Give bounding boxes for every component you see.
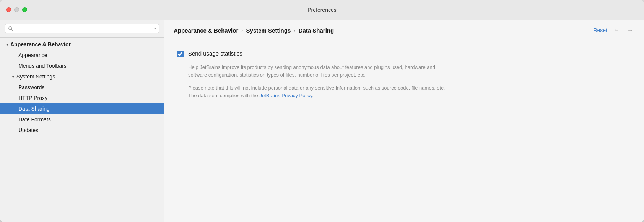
setting-description: Help JetBrains improve its products by s… xyxy=(188,64,448,100)
minimize-button[interactable] xyxy=(14,7,19,12)
description-post-link: . xyxy=(312,93,314,98)
forward-button[interactable]: → xyxy=(626,27,635,34)
maximize-button[interactable] xyxy=(22,7,27,12)
sidebar-item-date-formats[interactable]: Date Formats xyxy=(0,114,164,125)
search-dropdown-icon[interactable]: ▾ xyxy=(154,27,156,30)
sidebar-item-data-sharing[interactable]: Data Sharing xyxy=(0,103,164,114)
breadcrumb-separator-2: › xyxy=(294,28,295,33)
search-container: ▾ xyxy=(0,20,164,38)
search-input[interactable] xyxy=(16,26,152,31)
chevron-down-icon: ▾ xyxy=(6,42,8,47)
sidebar-subsection-label: System Settings xyxy=(16,73,55,80)
search-icon xyxy=(8,26,13,31)
reset-button[interactable]: Reset xyxy=(593,27,607,33)
preferences-window: Preferences ▾ ▾ Appearance & Beha xyxy=(0,0,644,222)
sidebar-item-passwords[interactable]: Passwords xyxy=(0,82,164,93)
checkbox-wrapper xyxy=(177,51,184,57)
content-header: Appearance & Behavior › System Settings … xyxy=(164,20,644,39)
svg-point-0 xyxy=(9,26,12,29)
sidebar-nav: ▾ Appearance & Behavior Appearance Menus… xyxy=(0,38,164,222)
privacy-policy-link[interactable]: JetBrains Privacy Policy xyxy=(259,93,312,98)
main-content: ▾ ▾ Appearance & Behavior Appearance Men… xyxy=(0,20,644,222)
header-actions: Reset ← → xyxy=(593,27,635,34)
breadcrumb: Appearance & Behavior › System Settings … xyxy=(174,27,334,34)
send-usage-setting-row: Send usage statistics xyxy=(177,50,632,57)
breadcrumb-separator-1: › xyxy=(241,28,243,33)
sidebar: ▾ ▾ Appearance & Behavior Appearance Men… xyxy=(0,20,164,222)
sidebar-item-updates[interactable]: Updates xyxy=(0,125,164,135)
breadcrumb-data-sharing: Data Sharing xyxy=(299,27,334,34)
sidebar-item-http-proxy[interactable]: HTTP Proxy xyxy=(0,93,164,103)
send-usage-label: Send usage statistics xyxy=(188,50,242,57)
traffic-lights xyxy=(6,7,27,12)
description-pre-link: Please note that this will not include p… xyxy=(188,85,445,98)
content-body: Send usage statistics Help JetBrains imp… xyxy=(164,39,644,222)
chevron-down-icon: ▾ xyxy=(12,75,14,79)
sidebar-item-appearance-behavior[interactable]: ▾ Appearance & Behavior xyxy=(0,39,164,50)
sidebar-item-menus-toolbars[interactable]: Menus and Toolbars xyxy=(0,60,164,71)
breadcrumb-appearance-behavior: Appearance & Behavior xyxy=(174,27,238,34)
content-area: Appearance & Behavior › System Settings … xyxy=(164,20,644,222)
close-button[interactable] xyxy=(6,7,11,12)
description-paragraph-1: Help JetBrains improve its products by s… xyxy=(188,64,448,79)
back-button[interactable]: ← xyxy=(612,27,621,34)
sidebar-item-appearance[interactable]: Appearance xyxy=(0,50,164,60)
svg-line-1 xyxy=(11,29,13,31)
description-paragraph-2: Please note that this will not include p… xyxy=(188,84,448,100)
send-usage-checkbox[interactable] xyxy=(177,51,184,57)
window-title: Preferences xyxy=(307,7,336,13)
sidebar-item-system-settings[interactable]: ▾ System Settings xyxy=(0,71,164,82)
titlebar: Preferences xyxy=(0,0,644,20)
search-wrapper[interactable]: ▾ xyxy=(5,24,159,33)
sidebar-section-label: Appearance & Behavior xyxy=(10,41,71,47)
breadcrumb-system-settings: System Settings xyxy=(246,27,291,34)
